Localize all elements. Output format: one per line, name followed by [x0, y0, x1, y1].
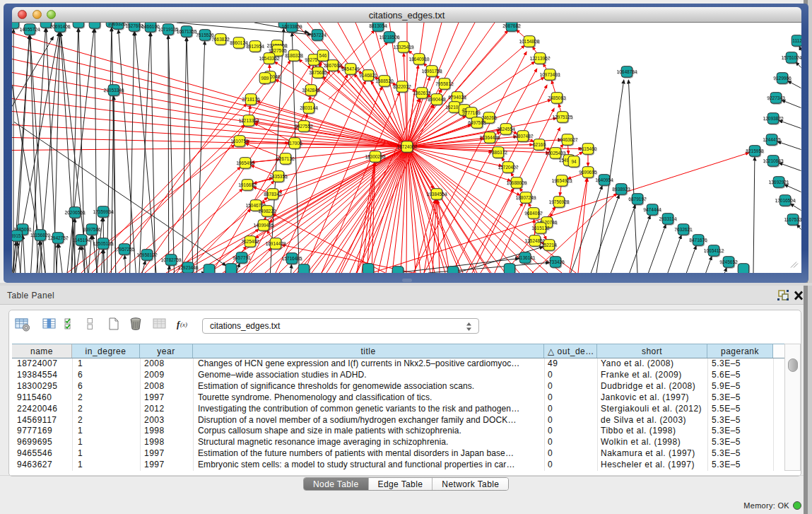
svg-text:9457791: 9457791: [233, 255, 251, 259]
svg-text:17359934: 17359934: [93, 209, 114, 214]
svg-text:252214: 252214: [541, 242, 557, 247]
svg-text:17016504: 17016504: [775, 197, 796, 202]
svg-text:12923446: 12923446: [178, 264, 199, 269]
svg-text:1965498: 1965498: [236, 160, 254, 165]
svg-text:19384554: 19384554: [427, 191, 447, 196]
svg-text:8454749: 8454749: [341, 66, 360, 71]
svg-text:62160: 62160: [533, 141, 546, 146]
svg-text:12505135: 12505135: [93, 240, 114, 245]
svg-text:10807487: 10807487: [513, 133, 534, 138]
svg-text:16033809: 16033809: [282, 23, 302, 28]
svg-text:10719135: 10719135: [158, 26, 179, 31]
svg-text:8215958: 8215958: [746, 148, 764, 153]
svg-text:16671355: 16671355: [177, 28, 197, 33]
svg-text:9474444: 9474444: [643, 206, 661, 211]
svg-text:1112: 1112: [792, 37, 801, 42]
svg-text:1588520: 1588520: [375, 78, 394, 83]
svg-text:3242848: 3242848: [302, 87, 320, 92]
svg-text:10025433: 10025433: [546, 150, 566, 155]
svg-text:14055724: 14055724: [20, 26, 40, 31]
svg-text:8960124: 8960124: [230, 40, 248, 45]
svg-text:12093872: 12093872: [763, 115, 784, 120]
svg-text:989: 989: [261, 75, 269, 80]
svg-text:9146821: 9146821: [359, 72, 377, 77]
svg-text:7632621: 7632621: [674, 226, 693, 231]
svg-text:20691406: 20691406: [50, 23, 71, 28]
svg-text:6879197: 6879197: [628, 196, 647, 201]
svg-text:1615132: 1615132: [531, 225, 550, 230]
svg-text:117006: 117006: [287, 140, 302, 145]
svg-text:10654112: 10654112: [704, 247, 724, 252]
svg-text:19218506: 19218506: [379, 34, 400, 39]
svg-text:2933114: 2933114: [659, 216, 677, 221]
svg-text:9245652: 9245652: [719, 259, 738, 264]
svg-text:8471676: 8471676: [689, 237, 707, 242]
svg-text:6794028: 6794028: [448, 94, 466, 99]
svg-text:16543362: 16543362: [259, 55, 280, 60]
svg-text:8427552: 8427552: [295, 123, 313, 128]
svg-text:9777169: 9777169: [462, 110, 481, 115]
svg-text:2087682: 2087682: [502, 23, 521, 28]
svg-text:8912954: 8912954: [246, 43, 264, 48]
svg-text:7955812: 7955812: [435, 81, 454, 86]
svg-text:15716485: 15716485: [282, 255, 302, 260]
svg-text:10688609: 10688609: [507, 180, 527, 185]
svg-text:1244415: 1244415: [763, 136, 781, 141]
svg-text:18640910: 18640910: [409, 56, 430, 61]
svg-text:12942757: 12942757: [48, 235, 69, 240]
svg-text:1498222: 1498222: [258, 208, 276, 213]
svg-text:8322037: 8322037: [393, 83, 411, 88]
svg-text:7663822: 7663822: [211, 36, 230, 41]
svg-text:7625402: 7625402: [241, 238, 259, 243]
svg-text:6466100: 6466100: [141, 23, 160, 28]
svg-text:15720407: 15720407: [498, 164, 519, 169]
svg-text:1640954: 1640954: [595, 177, 613, 182]
svg-text:1610755: 1610755: [230, 138, 249, 143]
svg-text:12975125: 12975125: [553, 114, 573, 119]
svg-text:9397586: 9397586: [83, 226, 101, 231]
svg-text:13325419: 13325419: [394, 44, 414, 49]
svg-text:8813054: 8813054: [369, 23, 387, 28]
svg-text:8938923: 8938923: [612, 186, 630, 191]
svg-text:9327505: 9327505: [269, 47, 287, 52]
svg-text:9699695: 9699695: [579, 169, 597, 174]
svg-text:9129966: 9129966: [773, 75, 792, 80]
svg-text:12213363: 12213363: [239, 117, 259, 122]
svg-text:19654923: 19654923: [552, 177, 572, 182]
svg-text:94: 94: [571, 158, 577, 163]
svg-text:17957255: 17957255: [114, 246, 135, 251]
svg-text:8990448: 8990448: [428, 96, 446, 101]
svg-text:18807249: 18807249: [516, 194, 536, 199]
svg-text:7857224: 7857224: [308, 32, 326, 37]
svg-text:16961758: 16961758: [422, 68, 442, 73]
svg-text:2718176: 2718176: [242, 96, 260, 101]
svg-text:10154808: 10154808: [519, 38, 540, 43]
svg-text:14099485: 14099485: [254, 222, 274, 227]
svg-text:1916682: 1916682: [238, 182, 257, 187]
svg-text:2803144: 2803144: [300, 105, 318, 110]
svg-text:3824554: 3824554: [497, 126, 515, 131]
svg-text:3267130: 3267130: [276, 156, 295, 160]
svg-text:10648784: 10648784: [617, 69, 637, 74]
svg-text:9115460: 9115460: [579, 146, 597, 151]
svg-text:10973493: 10973493: [540, 71, 560, 76]
svg-text:15751074: 15751074: [782, 54, 801, 59]
svg-text:1167533: 1167533: [784, 216, 801, 221]
svg-text:9227343: 9227343: [767, 95, 785, 100]
svg-text:8878342: 8878342: [264, 191, 282, 196]
svg-text:7485063: 7485063: [548, 95, 566, 100]
svg-text:10210643: 10210643: [763, 158, 784, 163]
svg-text:39151: 39151: [12, 233, 23, 238]
svg-text:746266: 746266: [481, 115, 497, 119]
svg-text:1145194: 1145194: [73, 237, 90, 242]
svg-text:18724007: 18724007: [397, 144, 418, 148]
svg-text:2867608: 2867608: [324, 62, 342, 67]
svg-text:1435355: 1435355: [269, 173, 288, 178]
svg-text:19756928: 19756928: [549, 199, 570, 204]
svg-text:(x): (x): [180, 321, 187, 328]
svg-text:21053346: 21053346: [104, 87, 124, 92]
svg-text:3875685: 3875685: [309, 69, 327, 74]
svg-text:13692921: 13692921: [769, 179, 789, 184]
svg-text:18300295: 18300295: [365, 153, 386, 158]
svg-text:14136141: 14136141: [515, 255, 536, 259]
